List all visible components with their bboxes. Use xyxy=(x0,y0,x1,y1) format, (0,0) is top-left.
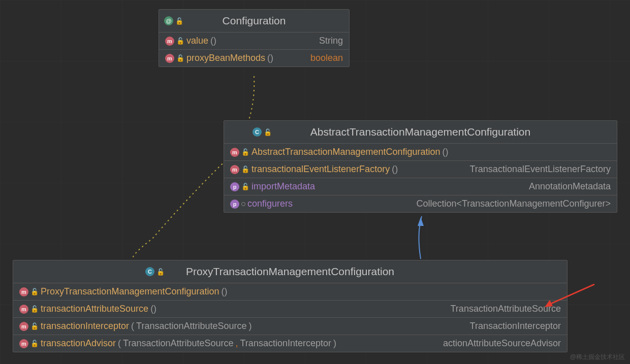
class-title: ProxyTransactionManagementConfiguration xyxy=(186,266,394,277)
lock-icon: 🔓 xyxy=(264,128,272,136)
method-icon: m xyxy=(19,339,28,348)
member-name: transactionalEventListenerFactory xyxy=(251,164,390,175)
annotation-icon: @ xyxy=(164,16,173,25)
member-name: ProxyTransactionManagementConfiguration xyxy=(41,286,219,297)
member-name: transactionInterceptor xyxy=(41,321,129,332)
class-icon: C xyxy=(145,267,154,276)
return-type: Collection<TransactionManagementConfigur… xyxy=(416,198,611,209)
member-row[interactable]: p 🔓 importMetadata AnnotationMetadata xyxy=(224,178,617,195)
member-name: configurers xyxy=(247,198,293,209)
member-row[interactable]: m 🔓 transactionalEventListenerFactory() … xyxy=(224,161,617,178)
lock-icon: 🔓 xyxy=(30,288,39,295)
method-icon: m xyxy=(19,287,28,296)
lock-icon: 🔓 xyxy=(176,54,184,62)
method-icon: m xyxy=(19,322,28,331)
member-name: AbstractTransactionManagementConfigurati… xyxy=(251,147,440,157)
member-name: transactionAdvisor xyxy=(41,338,116,349)
lock-icon: 🔓 xyxy=(30,322,39,330)
member-row[interactable]: p configurers Collection<TransactionMana… xyxy=(224,195,617,212)
lock-icon: 🔓 xyxy=(156,268,165,276)
method-icon: m xyxy=(19,305,28,314)
class-box-configuration[interactable]: @ 🔓 Configuration m 🔓 value() String m 🔓… xyxy=(159,9,350,67)
class-box-abstract[interactable]: C 🔓 AbstractTransactionManagementConfigu… xyxy=(224,120,617,213)
class-icon: C xyxy=(253,127,262,137)
return-type: AnnotationMetadata xyxy=(529,181,611,192)
member-row[interactable]: m 🔓 transactionAdvisor(TransactionAttrib… xyxy=(13,335,567,352)
class-header: C 🔓 ProxyTransactionManagementConfigurat… xyxy=(13,260,567,283)
lock-icon: 🔓 xyxy=(176,37,184,45)
lock-icon: 🔓 xyxy=(241,183,249,190)
member-row[interactable]: m 🔓 value() String xyxy=(159,32,349,50)
return-type: String xyxy=(319,36,343,46)
method-icon: m xyxy=(230,148,239,157)
method-icon: m xyxy=(165,37,174,46)
property-icon: p xyxy=(230,182,239,191)
lock-icon: 🔓 xyxy=(30,305,39,313)
method-icon: m xyxy=(165,54,174,63)
svg-marker-0 xyxy=(418,217,424,226)
class-header: C 🔓 AbstractTransactionManagementConfigu… xyxy=(224,121,617,144)
class-box-proxy[interactable]: C 🔓 ProxyTransactionManagementConfigurat… xyxy=(13,260,568,352)
property-icon: p xyxy=(230,200,239,209)
member-row[interactable]: m 🔓 transactionAttributeSource() Transac… xyxy=(13,301,567,318)
return-type: TransactionalEventListenerFactory xyxy=(470,164,611,175)
return-type: boolean xyxy=(310,53,343,63)
method-icon: m xyxy=(230,165,239,174)
class-title: Configuration xyxy=(223,15,286,26)
member-name: importMetadata xyxy=(251,181,315,192)
lock-icon: 🔓 xyxy=(241,166,249,173)
lock-icon: 🔓 xyxy=(175,17,183,25)
member-row[interactable]: m 🔓 proxyBeanMethods() boolean xyxy=(159,50,349,67)
member-row[interactable]: m 🔓 transactionInterceptor(TransactionAt… xyxy=(13,318,567,335)
member-name: value xyxy=(186,36,208,46)
class-header: @ 🔓 Configuration xyxy=(159,10,349,32)
member-row[interactable]: m 🔓 ProxyTransactionManagementConfigurat… xyxy=(13,283,567,301)
member-name: transactionAttributeSource xyxy=(41,304,148,314)
return-type: actionAttributeSourceAdvisor xyxy=(443,338,561,349)
return-type: TransactionInterceptor xyxy=(470,321,561,332)
return-type: TransactionAttributeSource xyxy=(451,304,561,314)
watermark: @稀土掘金技术社区 xyxy=(570,353,625,361)
circle-icon xyxy=(241,202,245,206)
class-title: AbstractTransactionManagementConfigurati… xyxy=(310,126,530,138)
lock-icon: 🔓 xyxy=(241,148,249,156)
member-name: proxyBeanMethods xyxy=(186,53,265,63)
lock-icon: 🔓 xyxy=(30,340,39,347)
member-row[interactable]: m 🔓 AbstractTransactionManagementConfigu… xyxy=(224,144,617,161)
